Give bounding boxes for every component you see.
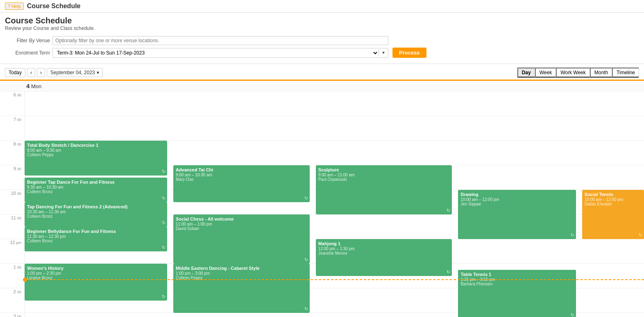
event-block-e9[interactable]: Sculpture 9:00 am – 11:00 am Paul Ospano… <box>316 165 452 214</box>
day-name: Mon <box>31 83 41 89</box>
view-week-button[interactable]: Week <box>535 68 556 78</box>
event-block-e13[interactable]: Social Tennis 10:00 am – 12:00 pm Dallas… <box>582 190 644 239</box>
page-subtitle: Review your Course and Class schedule. <box>5 25 639 31</box>
event-block-e4[interactable]: Beginner Bellydance For Fun and Fitness … <box>25 227 167 251</box>
page-header: Course Schedule Review your Course and C… <box>0 13 644 33</box>
event-title: Social Chess - All welcome <box>176 216 307 222</box>
day-number: 4 <box>26 82 29 89</box>
venue-input[interactable] <box>52 36 388 45</box>
refresh-icon: ↻ <box>447 208 450 213</box>
hour-label-9: 9 00 <box>0 165 25 189</box>
view-day-button[interactable]: Day <box>517 68 535 78</box>
page-main-title: Course Schedule <box>5 16 639 25</box>
hour-label-3: 3 00 <box>0 313 25 317</box>
refresh-icon: ↻ <box>639 233 642 238</box>
event-time: 10:00 am – 12:00 pm <box>460 197 573 202</box>
event-teacher: Jen Sippae <box>460 202 573 206</box>
topbar-title: Course Schedule <box>27 2 81 10</box>
event-title: Beginner Tap Dance For Fun and Fitness <box>27 179 165 185</box>
event-teacher: Jeanette Meone <box>318 251 450 255</box>
refresh-icon: ↻ <box>162 196 166 201</box>
refresh-icon: ↻ <box>162 245 166 250</box>
event-block-e2[interactable]: Beginner Tap Dance For Fun and Fitness 9… <box>25 178 167 202</box>
event-time: 1:00 pm – 3:00 pm <box>176 271 307 276</box>
venue-filter-row: Filter By Venue <box>5 36 639 45</box>
hour-label-6: 6 00 <box>0 91 25 116</box>
day-header-cell: 4 Mon <box>25 82 644 89</box>
event-time: 1:00 pm – 2:30 pm <box>27 271 165 276</box>
event-title: Drawing <box>460 192 573 197</box>
time-grid: 6 00 7 00 8 00 9 00 10 00 11 00 12 pm 1 <box>0 91 644 317</box>
event-title: Tap Dancing For Fun and Fitness 2 (Advan… <box>27 204 165 210</box>
event-block-e8[interactable]: Middle Eastern Dancing - Cabaret Style 1… <box>173 264 310 313</box>
refresh-icon: ↻ <box>447 269 450 275</box>
event-title: Middle Eastern Dancing - Cabaret Style <box>176 265 307 271</box>
day-header-row: 4 Mon <box>0 81 644 91</box>
filter-section: Filter By Venue Enrolment Term Term-3: M… <box>0 33 644 64</box>
enrolment-filter-row: Enrolment Term Term-3: Mon 24-Jul to Sun… <box>5 48 639 58</box>
event-block-e6[interactable]: Advanced Tai Chi 9:00 am – 10:30 am Mary… <box>173 165 310 202</box>
event-block-e3[interactable]: Tap Dancing For Fun and Fitness 2 (Advan… <box>25 202 167 227</box>
refresh-icon: ↻ <box>304 196 308 201</box>
hour-col-7 <box>25 116 644 140</box>
calendar-grid: 4 Mon 6 00 7 00 8 00 9 00 10 00 11 00 <box>0 81 644 317</box>
event-block-e10[interactable]: Mahjong 1 12:00 pm – 1:30 pm Jeanette Me… <box>316 239 452 276</box>
hour-row-6: 6 00 <box>0 91 644 116</box>
event-title: Social Tennis <box>585 192 642 197</box>
event-teacher: Dallas Eheaaki <box>585 202 642 206</box>
event-block-e12[interactable]: Table Tennis 1 1:15 pm – 3:15 pm Barbara… <box>458 270 576 317</box>
event-title: Total Body Stretch / Dancercise 1 <box>27 142 165 148</box>
event-title: Table Tennis 1 <box>460 271 573 277</box>
event-teacher: Barbara Phensen <box>460 282 573 286</box>
today-button[interactable]: Today <box>5 68 25 77</box>
event-time: 10:30 am – 11:30 am <box>27 210 165 214</box>
calendar-toolbar: Today ‹ › September 04, 2023 ▾ Day Week … <box>0 64 644 81</box>
refresh-icon: ↻ <box>304 257 308 262</box>
refresh-icon: ↻ <box>162 294 166 299</box>
dropdown-arrow-icon: ▼ <box>379 49 388 56</box>
next-button[interactable]: › <box>37 68 45 77</box>
date-dropdown-icon: ▾ <box>97 70 99 75</box>
view-month-button[interactable]: Month <box>590 68 612 78</box>
event-time: 9:00 am – 10:30 am <box>176 173 307 177</box>
event-time: 10:00 am – 12:00 pm <box>585 197 642 202</box>
event-title: Sculpture <box>318 167 450 173</box>
event-time: 9:30 am – 10:30 am <box>27 185 165 189</box>
current-date-label: September 04, 2023 <box>50 70 95 75</box>
current-time-dot <box>23 278 27 282</box>
event-block-e5[interactable]: Women's History 1:00 pm – 2:30 pm Lorain… <box>25 264 167 301</box>
view-workweek-button[interactable]: Work Week <box>556 68 590 78</box>
hour-label-12: 12 pm <box>0 239 25 263</box>
event-teacher: Mary Ose <box>176 177 307 182</box>
hour-label-2: 2 00 <box>0 288 25 312</box>
event-teacher: David Soban <box>176 226 307 231</box>
event-block-e11[interactable]: Drawing 10:00 am – 12:00 pm Jen Sippae ↻ <box>458 190 576 239</box>
event-title: Advanced Tai Chi <box>176 167 307 173</box>
hour-label-1: 1 00 <box>0 264 25 288</box>
hour-label-8: 8 00 <box>0 141 25 165</box>
view-timeline-button[interactable]: Timeline <box>612 68 639 78</box>
event-time: 11:00 am – 1:00 pm <box>176 222 307 226</box>
event-title: Mahjong 1 <box>318 241 450 246</box>
event-time: 8:00 am – 9:30 am <box>27 148 165 153</box>
event-time: 9:00 am – 11:00 am <box>318 173 450 177</box>
view-buttons: Day Week Work Week Month Timeline <box>517 67 639 78</box>
enrolment-select[interactable]: Term-3: Mon 24-Jul to Sun 17-Sep-2023 <box>53 48 379 57</box>
refresh-icon: ↻ <box>162 169 166 174</box>
event-title: Women's History <box>27 265 165 271</box>
event-block-e7[interactable]: Social Chess - All welcome 11:00 am – 1:… <box>173 214 310 264</box>
hour-label-7: 7 00 <box>0 116 25 140</box>
hour-col-6 <box>25 91 644 116</box>
enrolment-label: Enrolment Term <box>5 50 50 56</box>
top-bar: ? Help Course Schedule <box>0 0 644 13</box>
process-button[interactable]: Process <box>392 48 426 58</box>
hour-label-10: 10 00 <box>0 190 25 214</box>
refresh-icon: ↻ <box>571 233 574 238</box>
event-teacher: Colleen Bronz <box>27 214 165 219</box>
prev-button[interactable]: ‹ <box>27 68 35 77</box>
date-picker[interactable]: September 04, 2023 ▾ <box>47 68 103 77</box>
help-button[interactable]: ? Help <box>5 2 24 10</box>
event-block-e1[interactable]: Total Body Stretch / Dancercise 1 8:00 a… <box>25 141 167 176</box>
event-teacher: Colleen Bronz <box>27 189 165 194</box>
venue-label: Filter By Venue <box>5 38 50 43</box>
